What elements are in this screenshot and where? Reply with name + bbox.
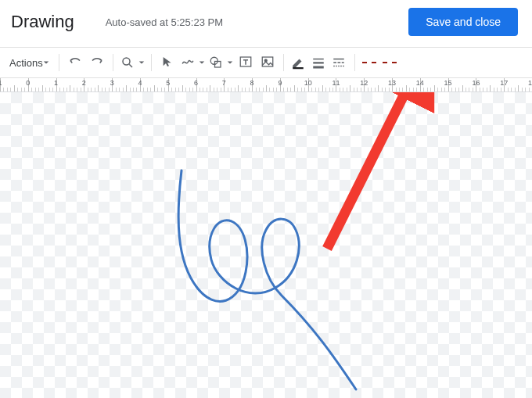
actions-label: Actions [9, 57, 43, 69]
chevron-down-icon [138, 59, 145, 66]
undo-button[interactable] [64, 52, 86, 74]
shapes-icon [207, 56, 225, 70]
svg-rect-9 [313, 62, 324, 63]
line-end-tool[interactable] [380, 52, 401, 74]
ruler-label: 8 [250, 79, 254, 87]
select-tool[interactable] [156, 52, 178, 74]
horizontal-ruler: 10123456789101112131415161718 [0, 78, 532, 92]
svg-line-1 [129, 64, 132, 67]
page-title: Drawing [11, 12, 74, 32]
svg-rect-15 [333, 66, 335, 67]
svg-rect-10 [313, 66, 324, 69]
redo-button[interactable] [86, 52, 108, 74]
redo-icon [90, 55, 104, 71]
line-tool[interactable] [178, 52, 207, 74]
chevron-down-icon [43, 59, 49, 66]
line-start-tool[interactable] [360, 52, 380, 74]
svg-rect-18 [340, 66, 342, 67]
drawing-canvas[interactable] [0, 92, 532, 398]
ruler-label: 9 [278, 79, 282, 87]
line-start-icon [360, 62, 379, 63]
ruler-label: 10 [304, 79, 312, 87]
image-icon [261, 55, 275, 71]
svg-rect-8 [313, 59, 324, 60]
ruler-label: 13 [388, 79, 396, 87]
autosave-status: Auto-saved at 5:25:23 PM [106, 16, 223, 28]
chevron-down-icon [227, 59, 233, 66]
ruler-label: 17 [500, 79, 508, 87]
undo-icon [68, 55, 82, 71]
ruler-label: 14 [416, 79, 424, 87]
drawing-header: Drawing Auto-saved at 5:25:23 PM Save an… [0, 0, 532, 47]
ruler-label: 12 [360, 79, 368, 87]
ruler-label: 1 [0, 79, 2, 87]
svg-point-2 [210, 57, 217, 64]
ruler-label: 11 [332, 79, 340, 87]
scribble-icon [178, 56, 197, 70]
svg-rect-7 [293, 67, 304, 69]
ruler-label: 18 [528, 79, 532, 87]
separator [354, 54, 355, 71]
cursor-icon [161, 56, 174, 70]
ruler-label: 0 [26, 79, 30, 87]
ruler-label: 3 [110, 79, 114, 87]
svg-rect-19 [343, 66, 344, 67]
ruler-label: 2 [82, 79, 86, 87]
textbox-icon [239, 55, 253, 71]
image-tool[interactable] [257, 52, 279, 74]
border-color-tool[interactable] [289, 52, 309, 74]
svg-rect-11 [333, 59, 344, 60]
ruler-label: 7 [222, 79, 226, 87]
ruler-label: 6 [194, 79, 198, 87]
ruler-label: 4 [138, 79, 142, 87]
line-end-icon [380, 62, 399, 63]
separator [113, 54, 113, 71]
svg-rect-16 [336, 66, 337, 67]
svg-rect-13 [337, 62, 340, 63]
scribble-stroke [178, 170, 356, 389]
border-dash-tool[interactable] [329, 52, 350, 74]
canvas-content [0, 92, 532, 398]
chevron-down-icon [199, 59, 205, 66]
ruler-label: 1 [54, 79, 58, 87]
svg-rect-12 [333, 62, 336, 63]
textbox-tool[interactable] [235, 52, 257, 74]
svg-rect-17 [338, 66, 340, 67]
toolbar: Actions [0, 47, 532, 78]
pen-icon [289, 56, 307, 70]
zoom-menu[interactable] [118, 52, 146, 74]
ruler-label: 15 [444, 79, 452, 87]
svg-rect-5 [262, 57, 273, 66]
actions-menu[interactable]: Actions [5, 52, 54, 74]
line-weight-icon [309, 56, 328, 70]
separator [59, 54, 59, 71]
border-weight-tool[interactable] [309, 52, 329, 74]
separator [151, 54, 152, 71]
svg-point-0 [123, 58, 130, 65]
ruler-label: 5 [166, 79, 170, 87]
ruler-label: 16 [472, 79, 480, 87]
svg-rect-14 [341, 62, 343, 63]
separator [283, 54, 284, 71]
shape-tool[interactable] [207, 52, 235, 74]
line-dash-icon [329, 56, 348, 70]
zoom-icon [118, 56, 137, 70]
save-and-close-button[interactable]: Save and close [408, 8, 518, 36]
